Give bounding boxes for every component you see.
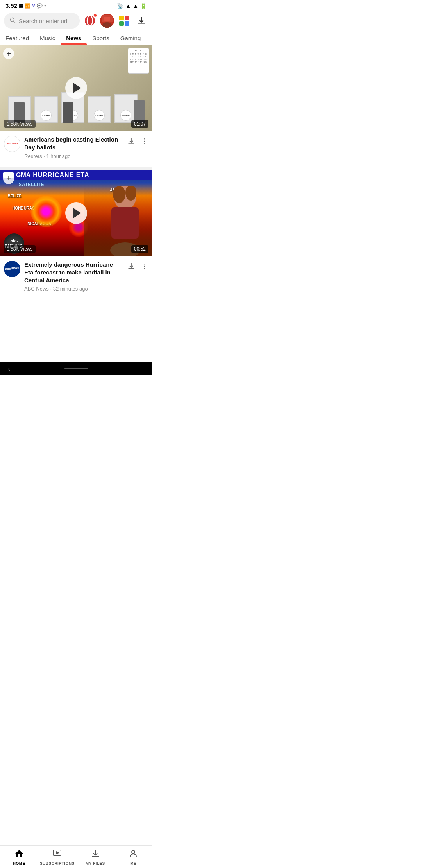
video-thumb-2[interactable]: abc GMA HURRICANE ETA SATELLITE BELIZE J…	[0, 170, 152, 256]
video-card-2: abc GMA HURRICANE ETA SATELLITE BELIZE J…	[0, 170, 152, 297]
article-title-2: Extremely dangerous Hurricane Eta foreca…	[24, 261, 123, 285]
svg-rect-7	[104, 17, 110, 21]
article-meta-2: ABC News · 32 minutes ago	[24, 286, 123, 292]
tab-sports[interactable]: Sports	[87, 31, 114, 45]
svg-point-21	[144, 265, 145, 267]
gma-header: abc GMA HURRICANE ETA	[0, 170, 152, 180]
tab-featured[interactable]: Featured	[0, 31, 34, 45]
gma-hurricane-title: HURRICANE ETA	[33, 172, 89, 179]
article-title-1: Americans begin casting Election Day bal…	[24, 136, 123, 152]
tab-music[interactable]: Music	[34, 31, 61, 45]
more-options-icon-1[interactable]	[141, 137, 148, 147]
svg-point-13	[144, 141, 145, 142]
article-actions-2	[127, 261, 148, 272]
status-time: 3:52	[5, 2, 17, 9]
message-icon: 💬	[37, 3, 43, 9]
opera-color-icon[interactable]	[117, 14, 131, 28]
svg-point-2	[85, 16, 95, 26]
abc-logo-text: abc	[11, 238, 18, 243]
add-button-2[interactable]: +	[3, 173, 14, 184]
play-triangle-icon	[73, 82, 81, 93]
svg-rect-10	[119, 21, 124, 26]
opera-notification-dot	[93, 14, 97, 17]
home-pill[interactable]	[64, 368, 88, 369]
svg-point-20	[144, 263, 145, 264]
vpn-icon: V	[32, 3, 35, 9]
svg-rect-11	[125, 21, 129, 26]
storm-swirl-1	[30, 196, 62, 227]
article-info-1: REUTERS Americans begin casting Election…	[0, 131, 152, 164]
more-options-icon-2[interactable]	[141, 262, 148, 272]
search-icon	[9, 17, 16, 25]
svg-point-12	[144, 138, 145, 140]
search-input-wrap[interactable]: Search or enter url	[4, 13, 80, 29]
signal-bars-icon: 📶	[25, 3, 30, 9]
svg-point-16	[113, 186, 125, 203]
separator-2: ·	[50, 286, 53, 292]
search-placeholder: Search or enter url	[19, 18, 67, 24]
duration-badge-1: 01:07	[131, 120, 148, 128]
svg-line-1	[14, 21, 15, 23]
views-badge-2: 1.58K Views	[4, 245, 36, 253]
gma-satellite-subtitle: SATELLITE	[19, 182, 44, 187]
search-bar-row: Search or enter url	[0, 11, 152, 31]
svg-rect-9	[125, 16, 129, 20]
svg-rect-8	[119, 16, 124, 20]
sim-icon: ▦	[19, 3, 23, 9]
source-name-1: Reuters	[24, 153, 42, 159]
play-button-2[interactable]	[65, 202, 87, 224]
nav-tabs: Featured Music News Sports Gaming Apps	[0, 31, 152, 45]
play-triangle-icon-2	[73, 208, 81, 219]
battery-icon: 🔋	[140, 3, 147, 9]
person-silhouette	[63, 102, 73, 123]
article-meta-1: Reuters · 1 hour ago	[24, 153, 123, 159]
network-icon: ▲	[133, 3, 138, 9]
article-text-2: Extremely dangerous Hurricane Eta foreca…	[24, 261, 123, 292]
svg-point-22	[144, 268, 145, 269]
opera-button[interactable]	[83, 14, 97, 28]
download-article-icon-2[interactable]	[127, 262, 135, 272]
calendar-overlay: THU OCT SMTWTFS 123456 78910111213 14151…	[128, 48, 149, 74]
video-card-1: THU OCT SMTWTFS 123456 78910111213 14151…	[0, 45, 152, 164]
source-name-2: ABC News	[24, 286, 49, 292]
gma-label: GMA	[16, 172, 30, 179]
wifi-icon: ▲	[125, 3, 131, 9]
user-avatar[interactable]	[100, 14, 114, 28]
article-actions-1	[127, 136, 148, 147]
abc-logo-small: abc NEWS	[4, 261, 20, 277]
cast-icon: 📡	[117, 3, 123, 9]
back-button[interactable]: ‹	[8, 364, 11, 373]
article-info-2: abc NEWS Extremely dangerous Hurricane E…	[0, 256, 152, 297]
person-silhouette	[134, 100, 145, 123]
video-thumb-1[interactable]: THU OCT SMTWTFS 123456 78910111213 14151…	[0, 45, 152, 131]
time-ago-1: 1 hour ago	[46, 153, 70, 159]
time-ago-2: 32 minutes ago	[53, 286, 88, 292]
add-button-1[interactable]: +	[3, 48, 14, 59]
tab-apps[interactable]: Apps	[146, 31, 152, 45]
tab-gaming[interactable]: Gaming	[115, 31, 147, 45]
download-header-button[interactable]	[134, 14, 148, 28]
status-bar: 3:52 ▦ 📶 V 💬 ● 📡 ▲ ▲ 🔋	[0, 0, 152, 11]
tab-news[interactable]: News	[61, 31, 87, 45]
article-text-1: Americans begin casting Election Day bal…	[24, 136, 123, 159]
system-nav-bar: ‹	[0, 362, 152, 375]
dot-icon: ●	[44, 4, 46, 7]
download-article-icon-1[interactable]	[127, 137, 135, 147]
duration-badge-2: 00:52	[131, 245, 148, 253]
views-badge-1: 1.58K Views	[4, 120, 36, 128]
reuters-logo: REUTERS	[4, 136, 20, 152]
belize-label: BELIZE	[8, 194, 22, 198]
play-button-1[interactable]	[65, 77, 87, 99]
svg-rect-18	[111, 207, 139, 239]
svg-point-0	[11, 18, 14, 22]
divider	[0, 167, 152, 170]
svg-point-14	[144, 143, 145, 144]
